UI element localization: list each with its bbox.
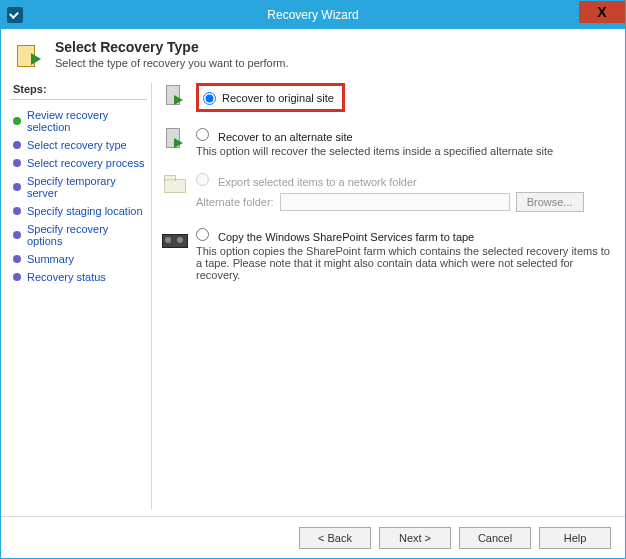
steps-title: Steps: xyxy=(13,83,147,95)
titlebar: Recovery Wizard X xyxy=(1,1,625,29)
step-label: Select recovery process xyxy=(27,157,144,169)
step-recovery-status[interactable]: Recovery status xyxy=(11,268,147,286)
option-recover-alternate: Recover to an alternate site This option… xyxy=(162,126,615,157)
recovery-icon xyxy=(15,39,47,71)
folder-icon xyxy=(162,171,190,199)
back-button[interactable]: < Back xyxy=(299,527,371,549)
steps-panel: Steps: Review recovery selection Select … xyxy=(1,77,151,516)
tape-icon xyxy=(162,226,190,254)
option-export-folder: Export selected items to a network folde… xyxy=(162,171,615,212)
step-specify-staging-location[interactable]: Specify staging location xyxy=(11,202,147,220)
step-label: Review recovery selection xyxy=(27,109,145,133)
option-desc: This option will recover the selected it… xyxy=(196,145,553,157)
option-label: Copy the Windows SharePoint Services far… xyxy=(218,231,474,243)
cancel-button[interactable]: Cancel xyxy=(459,527,531,549)
recovery-wizard-window: Recovery Wizard X Select Recovery Type S… xyxy=(0,0,626,559)
step-label: Specify staging location xyxy=(27,205,143,217)
step-specify-recovery-options[interactable]: Specify recovery options xyxy=(11,220,147,250)
step-label: Specify recovery options xyxy=(27,223,145,247)
option-label: Export selected items to a network folde… xyxy=(218,176,417,188)
option-desc: This option copies the SharePoint farm w… xyxy=(196,245,615,281)
help-button[interactable]: Help xyxy=(539,527,611,549)
step-label: Summary xyxy=(27,253,74,265)
alternate-folder-input xyxy=(280,193,510,211)
divider xyxy=(11,99,147,100)
radio-recover-original[interactable] xyxy=(203,92,216,105)
alternate-folder-label: Alternate folder: xyxy=(196,196,274,208)
step-select-recovery-type[interactable]: Select recovery type xyxy=(11,136,147,154)
site-icon xyxy=(162,126,190,154)
window-title: Recovery Wizard xyxy=(1,8,625,22)
radio-export-folder xyxy=(196,173,209,186)
alternate-folder-row: Alternate folder: Browse... xyxy=(196,192,584,212)
close-button[interactable]: X xyxy=(579,1,625,23)
step-specify-temporary-server[interactable]: Specify temporary server xyxy=(11,172,147,202)
vertical-divider xyxy=(151,83,152,510)
step-label: Select recovery type xyxy=(27,139,127,151)
option-recover-original: Recover to original site xyxy=(162,83,615,112)
steps-list: Review recovery selection Select recover… xyxy=(11,106,147,286)
selected-option-highlight: Recover to original site xyxy=(196,83,345,112)
browse-button: Browse... xyxy=(516,192,584,212)
option-copy-to-tape: Copy the Windows SharePoint Services far… xyxy=(162,226,615,281)
option-label: Recover to original site xyxy=(222,92,334,104)
radio-recover-alternate[interactable] xyxy=(196,128,209,141)
options-panel: Recover to original site Recover to an a… xyxy=(156,77,625,516)
step-summary[interactable]: Summary xyxy=(11,250,147,268)
step-label: Specify temporary server xyxy=(27,175,145,199)
wizard-footer: < Back Next > Cancel Help xyxy=(1,516,625,558)
app-icon xyxy=(7,7,23,23)
option-label: Recover to an alternate site xyxy=(218,131,353,143)
step-label: Recovery status xyxy=(27,271,106,283)
page-title: Select Recovery Type xyxy=(55,39,289,55)
page-subtitle: Select the type of recovery you want to … xyxy=(55,57,289,69)
step-review-recovery-selection[interactable]: Review recovery selection xyxy=(11,106,147,136)
radio-copy-to-tape[interactable] xyxy=(196,228,209,241)
page-header: Select Recovery Type Select the type of … xyxy=(1,29,625,77)
site-icon xyxy=(162,83,190,111)
step-select-recovery-process[interactable]: Select recovery process xyxy=(11,154,147,172)
next-button[interactable]: Next > xyxy=(379,527,451,549)
